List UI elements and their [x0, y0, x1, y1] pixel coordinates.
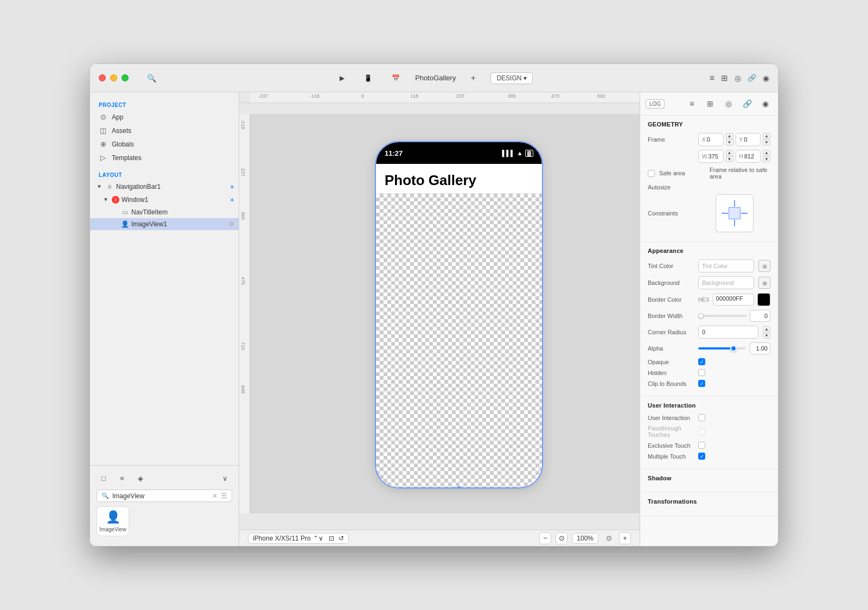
sidebar-item-assets[interactable]: ◫ Assets: [90, 124, 239, 137]
settings-icon[interactable]: ⚙: [228, 220, 234, 228]
rp-circle-icon[interactable]: ◎: [722, 97, 736, 111]
component-search-input[interactable]: [112, 492, 209, 500]
tint-color-picker[interactable]: ▣: [758, 260, 770, 272]
ruler-v-label4: 475: [240, 277, 246, 285]
multiple-touch-checkbox[interactable]: ✓: [698, 453, 705, 460]
ruler-v-label5: 710: [240, 342, 246, 350]
border-color-label: Border Color: [648, 296, 694, 303]
y-prefix: Y: [739, 137, 743, 143]
alpha-control: 1.00: [698, 342, 770, 354]
layout-icon[interactable]: ⊞: [721, 73, 728, 83]
frame-wh-inputs: W 375 ▲ ▼ H 812 ▲ ▼: [698, 150, 770, 163]
safe-area-checkbox[interactable]: [648, 170, 655, 177]
border-width-label: Border Width: [648, 313, 694, 319]
h-down-button[interactable]: ▼: [763, 156, 770, 162]
rp-layout-icon[interactable]: ⊞: [703, 97, 717, 111]
add-button[interactable]: +: [467, 72, 480, 85]
corner-radius-down-button[interactable]: ▼: [763, 333, 770, 339]
phone-outline-icon[interactable]: □: [97, 471, 111, 485]
autosize-row: Autosize: [648, 183, 770, 191]
tree-item-navtitleitem[interactable]: ▭ NavTitleItem: [90, 206, 239, 218]
clear-search-button[interactable]: ✕: [212, 492, 218, 500]
sidebar-item-app[interactable]: ⊙ App: [90, 110, 239, 124]
link-icon[interactable]: 🔗: [748, 74, 756, 82]
opaque-checkbox[interactable]: ✓: [698, 358, 705, 365]
collapse-icon[interactable]: ∨: [218, 471, 232, 485]
circle-icon[interactable]: ◎: [735, 74, 741, 82]
alpha-slider[interactable]: [698, 347, 745, 350]
hex-value-input[interactable]: 000000FF: [713, 294, 754, 306]
device-icon-frame: ⊡: [329, 535, 334, 542]
x-up-button[interactable]: ▲: [726, 133, 733, 139]
sidebar-item-globals[interactable]: ⊕ Globals: [90, 137, 239, 151]
tree-item-navigationbar[interactable]: ▼ ≡ NavigationBar1 +: [90, 180, 239, 193]
zoom-fit-button[interactable]: ⊙: [556, 532, 567, 544]
tree-item-imageview[interactable]: 👤 ImageView1 ⚙: [90, 218, 239, 230]
calendar-button[interactable]: 📅: [387, 72, 404, 84]
exclusive-touch-checkbox[interactable]: [698, 442, 705, 449]
x-input[interactable]: X 0: [698, 133, 724, 146]
clip-bounds-checkbox[interactable]: ✓: [698, 380, 705, 387]
search-icon[interactable]: 🔍: [144, 71, 159, 86]
background-input[interactable]: Background: [698, 276, 754, 289]
w-down-button[interactable]: ▼: [726, 156, 733, 162]
cube-icon[interactable]: ◈: [133, 471, 148, 485]
alpha-value[interactable]: 1.00: [750, 342, 770, 354]
expand-icon-window: ▼: [103, 196, 110, 203]
border-color-swatch[interactable]: [757, 293, 770, 306]
w-up-button[interactable]: ▲: [726, 150, 733, 156]
device-button[interactable]: 📱: [360, 72, 376, 84]
hidden-checkbox[interactable]: [698, 369, 705, 376]
design-mode-button[interactable]: DESIGN ▾: [490, 72, 533, 84]
hex-label: HEX: [698, 297, 710, 303]
rp-link-icon[interactable]: 🔗: [740, 97, 754, 111]
phone-handle[interactable]: [457, 486, 461, 488]
sidebar-item-templates[interactable]: ▷ Templates: [90, 151, 239, 164]
border-width-value[interactable]: 0: [750, 310, 770, 322]
x-down-button[interactable]: ▼: [726, 139, 733, 145]
corner-radius-input[interactable]: 0: [698, 326, 758, 339]
log-button[interactable]: LOG: [646, 99, 665, 109]
phone-body: [376, 194, 542, 488]
app-window: 🔍 ▶ 📱 📅 PhotoGallery + DESIGN ▾ ≡ ⊞ ◎ 🔗 …: [90, 63, 778, 547]
close-button[interactable]: [99, 74, 106, 81]
minimize-button[interactable]: [110, 74, 117, 81]
y-up-button[interactable]: ▲: [763, 133, 770, 139]
eye-icon[interactable]: ◉: [763, 74, 769, 82]
constraint-center: [729, 207, 741, 219]
y-input[interactable]: Y 0: [736, 133, 761, 146]
passthrough-checkbox[interactable]: [698, 428, 705, 435]
run-button[interactable]: ▶: [335, 72, 349, 84]
tint-color-input[interactable]: Tint Color: [698, 259, 754, 272]
add-window-button[interactable]: +: [230, 195, 234, 204]
w-input[interactable]: W 375: [698, 150, 724, 163]
titlebar-center: ▶ 📱 📅 PhotoGallery + DESIGN ▾: [159, 72, 710, 85]
layers-icon[interactable]: ≡: [115, 471, 129, 485]
zoom-controls: − ⊙ 100% ⊙ +: [539, 532, 631, 544]
layout-section-label: LAYOUT: [90, 169, 239, 180]
border-width-slider[interactable]: [698, 315, 746, 317]
h-up-button[interactable]: ▲: [763, 150, 770, 156]
window-title: PhotoGallery: [415, 74, 456, 82]
x-stepper: ▲ ▼: [726, 133, 733, 146]
zoom-search-button[interactable]: ⊙: [603, 532, 615, 544]
imageview-component[interactable]: 👤 ImageView: [97, 506, 129, 536]
add-navbar-button[interactable]: +: [230, 182, 234, 191]
device-selector[interactable]: iPhone X/XS/11 Pro ⌃∨ ⊡ ↺: [248, 533, 349, 544]
corner-radius-up-button[interactable]: ▲: [763, 326, 770, 332]
canvas-scroll[interactable]: 11:27 ▌▌▌ ▲ ▓ Photo Gallery: [250, 114, 640, 513]
zoom-in-button[interactable]: +: [619, 532, 631, 544]
list-view-icon[interactable]: ☰: [221, 492, 227, 500]
maximize-button[interactable]: [122, 74, 129, 81]
h-input[interactable]: H 812: [736, 150, 761, 163]
x-value: 0: [707, 136, 710, 143]
zoom-out-button[interactable]: −: [539, 532, 551, 544]
rp-list-icon[interactable]: ≡: [685, 97, 699, 111]
constraints-widget[interactable]: [716, 194, 754, 232]
tree-item-window[interactable]: ▼ ! Window1 +: [90, 193, 239, 206]
background-color-picker[interactable]: ▣: [758, 277, 770, 289]
list-icon[interactable]: ≡: [710, 73, 714, 83]
user-interaction-checkbox[interactable]: [698, 414, 705, 421]
y-down-button[interactable]: ▼: [763, 139, 770, 145]
rp-eye-icon[interactable]: ◉: [758, 97, 773, 111]
